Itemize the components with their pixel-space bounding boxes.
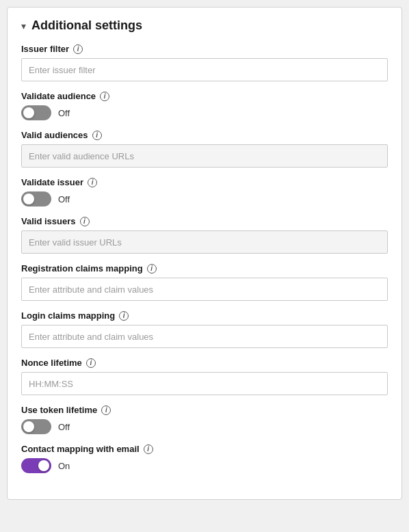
registration-claims-mapping-label: Registration claims mapping i <box>21 263 388 274</box>
valid-issuers-input[interactable] <box>21 230 388 254</box>
valid-audiences-label: Valid audiences i <box>21 130 388 140</box>
valid-issuers-info-icon[interactable]: i <box>80 217 90 226</box>
validate-audience-toggle[interactable] <box>21 105 51 120</box>
login-claims-mapping-input[interactable] <box>21 325 388 348</box>
contact-mapping-info-icon[interactable]: i <box>144 444 153 454</box>
issuer-filter-group: Issuer filter i <box>21 44 388 81</box>
validate-audience-label: Validate audience i <box>21 91 388 101</box>
validate-audience-toggle-row: Off <box>21 105 388 120</box>
validate-issuer-info-icon[interactable]: i <box>88 178 97 187</box>
validate-issuer-toggle-label: Off <box>58 194 70 204</box>
validate-issuer-label: Validate issuer i <box>21 177 388 187</box>
login-claims-info-icon[interactable]: i <box>119 311 129 321</box>
login-claims-mapping-group: Login claims mapping i <box>21 310 388 348</box>
registration-claims-mapping-input[interactable] <box>21 278 388 301</box>
validate-issuer-toggle-row: Off <box>21 191 388 207</box>
validate-audience-info-icon[interactable]: i <box>100 92 109 101</box>
nonce-lifetime-input[interactable] <box>21 372 388 395</box>
valid-issuers-label: Valid issuers i <box>21 216 388 226</box>
validate-issuer-group: Validate issuer i Off <box>21 177 388 207</box>
validate-audience-toggle-label: Off <box>58 108 70 118</box>
validate-audience-group: Validate audience i Off <box>21 91 388 120</box>
issuer-filter-label: Issuer filter i <box>21 44 388 54</box>
chevron-icon[interactable]: ▾ <box>21 21 26 31</box>
contact-mapping-toggle-label: On <box>58 461 70 471</box>
section-title: Additional settings <box>31 18 142 33</box>
registration-claims-info-icon[interactable]: i <box>147 264 157 274</box>
use-token-lifetime-info-icon[interactable]: i <box>101 405 111 415</box>
validate-issuer-toggle[interactable] <box>21 191 51 207</box>
contact-mapping-toggle-row: On <box>21 458 388 473</box>
login-claims-mapping-label: Login claims mapping i <box>21 310 388 321</box>
contact-mapping-label: Contact mapping with email i <box>21 444 388 454</box>
registration-claims-mapping-group: Registration claims mapping i <box>21 263 388 301</box>
contact-mapping-with-email-group: Contact mapping with email i On <box>21 444 388 473</box>
valid-issuers-group: Valid issuers i <box>21 216 388 254</box>
issuer-filter-input[interactable] <box>21 58 388 81</box>
additional-settings-card: ▾ Additional settings Issuer filter i Va… <box>7 7 402 500</box>
nonce-lifetime-label: Nonce lifetime i <box>21 358 388 368</box>
use-token-lifetime-toggle-label: Off <box>58 422 70 432</box>
use-token-lifetime-toggle-row: Off <box>21 419 388 434</box>
valid-audiences-info-icon[interactable]: i <box>92 131 102 140</box>
use-token-lifetime-toggle[interactable] <box>21 419 51 434</box>
contact-mapping-toggle[interactable] <box>21 458 51 473</box>
use-token-lifetime-group: Use token lifetime i Off <box>21 405 388 434</box>
section-header: ▾ Additional settings <box>21 18 388 33</box>
nonce-lifetime-info-icon[interactable]: i <box>86 358 96 368</box>
valid-audiences-group: Valid audiences i <box>21 130 388 168</box>
issuer-filter-info-icon[interactable]: i <box>73 44 83 54</box>
use-token-lifetime-label: Use token lifetime i <box>21 405 388 415</box>
nonce-lifetime-group: Nonce lifetime i <box>21 358 388 395</box>
valid-audiences-input[interactable] <box>21 144 388 168</box>
